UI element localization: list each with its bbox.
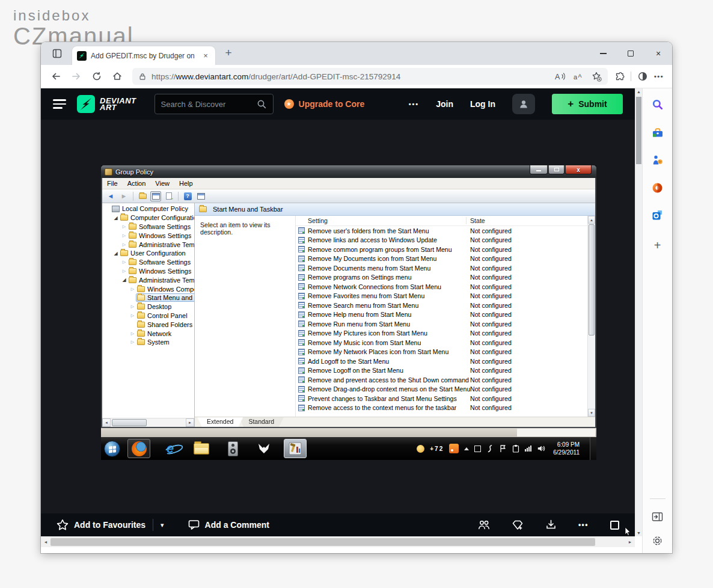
scroll-left-icon[interactable]: ◄ xyxy=(41,537,50,547)
tree-item[interactable]: ▷Administrative Template xyxy=(102,240,194,249)
scroll-right-icon[interactable]: ► xyxy=(625,537,635,547)
sidebar-office-icon[interactable] xyxy=(651,181,664,194)
back-icon[interactable] xyxy=(47,67,65,85)
policy-row[interactable]: Remove links and access to Windows Updat… xyxy=(296,236,587,245)
scroll-down-icon[interactable]: ▼ xyxy=(635,531,642,535)
gp-up-one-level-icon[interactable] xyxy=(137,191,148,201)
add-a-comment-button[interactable]: Add a Comment xyxy=(188,519,269,530)
sidebar-collapse-icon[interactable] xyxy=(651,510,664,523)
scroll-up-icon[interactable]: ▲ xyxy=(588,216,595,224)
gp-context-help-icon[interactable] xyxy=(195,191,206,201)
share-people-icon[interactable] xyxy=(478,519,490,530)
tree-item[interactable]: ▷Control Panel xyxy=(102,311,194,320)
more-options-icon[interactable]: ••• xyxy=(578,521,589,529)
tree-item[interactable]: ▷Network xyxy=(102,329,194,338)
policy-row[interactable]: Remove My Pictures icon from Start MenuN… xyxy=(296,329,587,338)
favourites-dropdown-icon[interactable]: ▾ xyxy=(161,521,164,529)
policy-row[interactable]: Add Logoff to the Start MenuNot configur… xyxy=(296,357,587,366)
search-icon[interactable] xyxy=(257,99,267,109)
start-button-icon[interactable] xyxy=(104,441,120,457)
media-app-button[interactable] xyxy=(221,439,244,458)
gp-close-button[interactable]: x xyxy=(565,165,592,174)
weather-sun-icon[interactable] xyxy=(417,445,424,453)
home-icon[interactable] xyxy=(108,67,126,85)
policy-row[interactable]: Remove common program groups from Start … xyxy=(296,245,587,254)
policy-row[interactable]: Remove My Documents icon from Start Menu… xyxy=(296,254,587,264)
header-more-icon[interactable]: ••• xyxy=(409,100,420,108)
collect-gem-icon[interactable] xyxy=(512,519,524,531)
sidebar-search-icon[interactable] xyxy=(651,98,664,111)
policy-row[interactable]: Remove Logoff on the Start MenuNot confi… xyxy=(296,366,587,376)
join-link[interactable]: Join xyxy=(436,99,453,109)
tree-item[interactable]: ▷Desktop xyxy=(102,302,194,311)
policy-row[interactable]: Remove access to the context menus for t… xyxy=(296,403,587,413)
tree-item[interactable]: ▷Windows Settings xyxy=(102,267,194,276)
setting-column-header[interactable]: Setting xyxy=(308,217,328,224)
url-text[interactable]: https://www.deviantart.com/drudger/art/A… xyxy=(151,72,549,81)
minimize-button[interactable] xyxy=(589,42,617,65)
translate-icon[interactable]: aA xyxy=(573,72,584,81)
sidebar-games-icon[interactable] xyxy=(651,153,664,167)
tree-collapsed-icon[interactable]: ▷ xyxy=(121,260,127,265)
fullscreen-icon[interactable] xyxy=(610,521,619,530)
tab-actions-icon[interactable] xyxy=(49,46,65,61)
volume-icon[interactable] xyxy=(537,444,545,453)
policy-row[interactable]: Remove and prevent access to the Shut Do… xyxy=(296,375,587,385)
tree-collapsed-icon[interactable]: ▷ xyxy=(121,233,127,238)
gp-restore-button[interactable] xyxy=(548,165,565,174)
deviantart-logo[interactable]: DEVIANT ART xyxy=(77,95,136,113)
tray-hook-icon[interactable] xyxy=(486,444,494,453)
tree-horizontal-scrollbar[interactable]: ◄ ► xyxy=(102,418,194,427)
menu-icon[interactable] xyxy=(53,99,66,108)
tree-item[interactable]: ▷Software Settings xyxy=(102,258,194,267)
upgrade-to-core-link[interactable]: ★ Upgrade to Core xyxy=(284,99,365,109)
gp-export-list-icon[interactable] xyxy=(164,191,174,201)
gp-show-console-tree-icon[interactable] xyxy=(150,191,161,201)
tree-collapsed-icon[interactable]: ▷ xyxy=(129,331,136,336)
network-signal-icon[interactable] xyxy=(525,446,531,452)
gp-menu-file[interactable]: File xyxy=(102,180,123,187)
sidebar-settings-gear-icon[interactable] xyxy=(651,534,664,547)
tray-app-icon[interactable] xyxy=(449,444,459,453)
tree-item[interactable]: ◢User Configuration xyxy=(102,249,194,258)
gp-menu-help[interactable]: Help xyxy=(174,180,198,187)
close-button[interactable]: × xyxy=(644,42,672,65)
login-link[interactable]: Log In xyxy=(470,99,495,109)
sidebar-outlook-icon[interactable] xyxy=(651,209,664,222)
tree-collapsed-icon[interactable]: ▷ xyxy=(129,313,136,318)
show-desktop-button[interactable] xyxy=(590,437,596,460)
policy-row[interactable]: Prevent changes to Taskbar and Start Men… xyxy=(296,394,587,403)
search-input[interactable]: Search & Discover xyxy=(155,94,274,114)
read-aloud-icon[interactable]: A xyxy=(554,72,566,81)
policy-row[interactable]: Remove Help menu from Start MenuNot conf… xyxy=(296,310,587,320)
policy-row[interactable]: Remove Search menu from Start MenuNot co… xyxy=(296,301,587,310)
lock-icon[interactable] xyxy=(138,72,147,81)
policy-row[interactable]: Remove programs on Settings menuNot conf… xyxy=(296,273,587,283)
tree-item[interactable]: ◢Computer Configuration xyxy=(102,213,194,222)
gp-title-bar[interactable]: Group Policy x xyxy=(101,165,596,178)
page-hscroll-thumb[interactable] xyxy=(50,538,595,546)
policy-row[interactable]: Remove Run menu from Start MenuNot confi… xyxy=(296,319,587,329)
taskbar-clock[interactable]: 6:09 PM 6/29/2011 xyxy=(553,441,580,456)
favorites-star-icon[interactable] xyxy=(591,71,602,82)
tree-scroll-thumb[interactable] xyxy=(112,419,147,426)
state-column-header[interactable]: State xyxy=(470,217,485,224)
tab-close-icon[interactable]: × xyxy=(201,51,210,61)
explorer-button[interactable] xyxy=(190,439,213,458)
address-bar[interactable]: https://www.deviantart.com/drudger/art/A… xyxy=(132,68,608,85)
list-vertical-scrollbar[interactable]: ▲ ▼ xyxy=(587,216,595,417)
gp-help-icon[interactable]: ? xyxy=(182,191,193,201)
page-scroll-thumb[interactable] xyxy=(636,97,641,164)
tree-item[interactable]: Local Computer Policy xyxy=(102,204,194,213)
foobar-button[interactable] xyxy=(252,439,275,458)
gp-menu-view[interactable]: View xyxy=(150,180,174,187)
tray-square-icon[interactable] xyxy=(474,446,481,452)
policy-row[interactable]: Remove Documents menu from Start MenuNot… xyxy=(296,263,587,273)
download-icon[interactable] xyxy=(545,519,557,530)
tree-item[interactable]: Start Menu and Task xyxy=(102,293,194,302)
scroll-up-icon[interactable]: ▲ xyxy=(635,90,642,94)
page-horizontal-scrollbar[interactable]: ◄ ► xyxy=(41,536,635,547)
policy-row[interactable]: Remove Favorites menu from Start MenuNot… xyxy=(296,292,587,301)
gp-menu-action[interactable]: Action xyxy=(123,180,151,187)
action-center-flag-icon[interactable] xyxy=(499,444,507,453)
